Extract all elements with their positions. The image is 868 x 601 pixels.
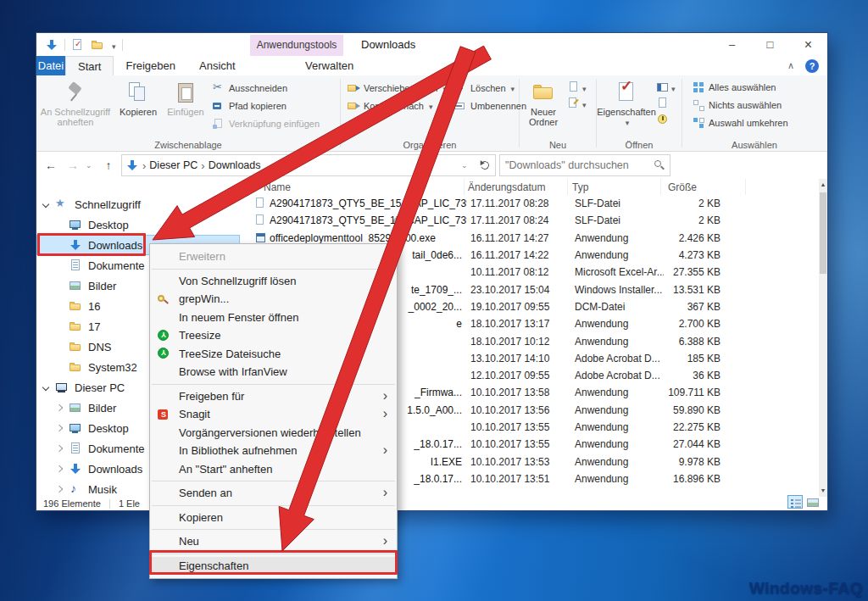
context-menu-item[interactable]: Treesize [150, 326, 397, 345]
easy-access-button[interactable] [567, 97, 587, 110]
context-menu-item[interactable]: Vorgängerversionen wiederherstellen [150, 424, 397, 442]
history-button[interactable] [656, 113, 676, 126]
new-item-button[interactable] [567, 81, 587, 94]
qat-downloads-icon[interactable] [45, 38, 58, 52]
dropdown-arrow-icon [581, 97, 587, 110]
context-menu-item[interactable]: In Bibliothek aufnehmen [150, 442, 397, 460]
file-type-cell: Anwendung [570, 421, 664, 433]
column-header-name[interactable]: Name [253, 179, 465, 195]
sidebar-item[interactable]: Schnellzugriff [36, 194, 240, 214]
search-input[interactable] [504, 159, 653, 172]
ribbon-tab[interactable]: Verwalten [295, 56, 364, 75]
select-all-button[interactable]: Alles auswählen [689, 80, 779, 95]
copy-to-button[interactable]: Kopieren nach [344, 98, 449, 114]
move-to-button[interactable]: Verschieben nach [344, 81, 449, 96]
minimize-button[interactable]: – [713, 33, 751, 56]
rename-button[interactable]: Umbenennen [451, 98, 529, 114]
address-dropdown-icon[interactable]: ⌄ [461, 161, 471, 170]
file-date-cell: 10.10.2017 13:53 [467, 456, 570, 468]
scrollbar-thumb[interactable] [820, 192, 826, 274]
sidebar-item-icon [69, 340, 82, 353]
vertical-scrollbar[interactable]: ▲ ▼ [819, 179, 827, 497]
context-menu-item[interactable]: Senden an [150, 484, 397, 503]
group-label-organize: Organisieren [341, 140, 519, 150]
delete-button[interactable]: Löschen [451, 81, 529, 96]
ribbon-tab[interactable]: Start [65, 56, 114, 75]
column-header-date[interactable]: Änderungsdatum [465, 179, 568, 195]
context-menu-item[interactable]: In neuem Fenster öffnen [150, 309, 397, 327]
collapse-ribbon-icon[interactable]: ∧ [787, 60, 794, 71]
column-header-size[interactable]: Größe [661, 179, 746, 195]
paste-shortcut-button[interactable]: Verknüpfung einfügen [209, 116, 322, 131]
up-button[interactable]: ↑ [99, 159, 118, 172]
pin-to-quick-access-button[interactable]: An Schnellzugriff anheften [36, 78, 114, 129]
context-menu-item[interactable]: Freigeben für [150, 387, 397, 406]
select-none-button[interactable]: Nichts auswählen [689, 97, 784, 113]
recent-locations-chevron-icon[interactable]: ⌄ [86, 161, 96, 170]
close-button[interactable]: × [789, 33, 827, 56]
copy-path-button[interactable]: Pfad kopieren [209, 98, 322, 114]
context-menu-item[interactable]: grepWin... [150, 290, 397, 309]
qat-properties-icon[interactable] [71, 38, 85, 52]
column-header-type[interactable]: Typ [568, 179, 661, 195]
sidebar-item-label: 17 [88, 320, 100, 333]
file-type-cell: Anwendung [570, 456, 664, 468]
file-row[interactable]: A2904171873_QTY5_BE_15_CAP_LIC_7391... 1… [253, 212, 827, 229]
tree-chevron-icon[interactable] [56, 465, 63, 472]
back-button[interactable]: ← [42, 159, 60, 172]
file-date-cell: 10.10.2017 13:55 [467, 438, 570, 450]
ribbon-tab[interactable]: Freigeben [114, 56, 187, 75]
copy-to-icon [347, 99, 360, 113]
context-menu-item[interactable]: Kopieren [150, 509, 397, 527]
invert-selection-button[interactable]: Auswahl umkehren [689, 115, 791, 131]
context-menu-item[interactable]: TreeSize Dateisuche [150, 345, 397, 364]
forward-button[interactable]: → [64, 159, 82, 172]
context-menu-item[interactable]: Snagit [150, 405, 397, 424]
tree-chevron-icon[interactable] [42, 384, 49, 391]
context-menu-item[interactable]: Browse with IrfanView [150, 363, 397, 381]
tree-chevron-icon[interactable] [56, 425, 63, 431]
group-label-open: Öffnen [597, 140, 682, 150]
scroll-up-icon[interactable]: ▲ [821, 179, 826, 191]
breadcrumb[interactable]: › Dieser PC › Downloads ⌄ [121, 154, 496, 176]
refresh-icon[interactable] [478, 159, 492, 172]
qat-separator [122, 39, 123, 51]
tree-chevron-icon[interactable] [56, 445, 63, 452]
edit-button[interactable] [656, 97, 676, 110]
help-button[interactable]: ? [805, 59, 819, 73]
new-folder-button[interactable]: Neuer Ordner [520, 78, 567, 129]
file-type-cell: Anwendung [570, 473, 664, 485]
ribbon-tab[interactable]: Datei [36, 56, 65, 75]
qat-customize-arrow-icon[interactable] [110, 37, 116, 53]
copy-button[interactable]: Kopieren [114, 78, 162, 119]
details-view-button[interactable] [787, 495, 803, 509]
open-panel-button[interactable] [656, 81, 676, 94]
ribbon-group-organize: Verschieben nach Kopieren nach Löschen [341, 75, 519, 151]
cut-button[interactable]: Ausschneiden [209, 81, 322, 96]
search-icon[interactable] [653, 159, 666, 172]
maximize-button[interactable]: □ [751, 33, 789, 56]
context-menu-item[interactable]: Erweitern [150, 248, 397, 266]
tree-chevron-icon[interactable] [42, 201, 49, 208]
scroll-down-icon[interactable]: ▼ [821, 485, 826, 497]
file-size-cell: 36 KB [664, 370, 738, 381]
sidebar-item[interactable]: Desktop [36, 214, 240, 235]
paste-button[interactable]: Einfügen [162, 78, 209, 119]
dropdown-arrow-icon [670, 81, 676, 94]
breadcrumb-this-pc[interactable]: Dieser PC [149, 159, 198, 171]
context-menu-item[interactable]: Von Schnellzugriff lösen [150, 272, 397, 291]
context-menu-item[interactable]: An "Start" anheften [150, 460, 397, 479]
tree-chevron-icon[interactable] [56, 404, 63, 411]
context-menu-item [150, 266, 397, 272]
breadcrumb-downloads[interactable]: Downloads [209, 159, 261, 171]
title-bar: Anwendungstools Downloads – □ × [36, 33, 827, 56]
context-menu-item[interactable]: Neu [150, 532, 397, 551]
properties-button[interactable]: Eigenschaften [597, 78, 656, 130]
qat-new-folder-icon[interactable] [91, 38, 104, 52]
thumbnails-view-button[interactable] [805, 495, 821, 509]
tree-chevron-icon[interactable] [56, 486, 63, 492]
file-size-cell: 367 KB [664, 301, 738, 313]
file-size-cell: 109.711 KB [664, 387, 738, 398]
file-row[interactable]: A2904171873_QTY5_BE_15_CAP_LIC_7391... 1… [253, 195, 827, 212]
ribbon-tab[interactable]: Ansicht [187, 56, 248, 75]
